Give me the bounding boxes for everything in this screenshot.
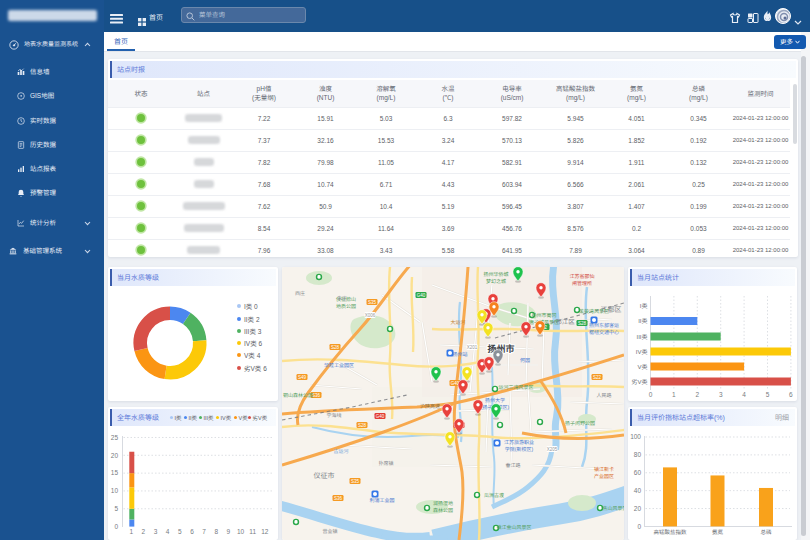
svg-text:8: 8: [214, 528, 218, 535]
svg-text:4: 4: [742, 391, 746, 398]
svg-text:沪陕高速: 沪陕高速: [420, 403, 440, 409]
svg-text:11: 11: [249, 528, 256, 535]
svg-text:40: 40: [634, 487, 642, 494]
svg-text:100: 100: [630, 433, 641, 440]
svg-text:大运河: 大运河: [450, 319, 465, 325]
svg-text:9: 9: [227, 528, 231, 535]
svg-text:高锰酸盐指数: 高锰酸盐指数: [653, 529, 687, 535]
svg-text:扬子问野公园: 扬子问野公园: [565, 420, 595, 426]
svg-text:何园: 何园: [520, 357, 530, 363]
svg-text:梦幻之城: 梦幻之城: [486, 278, 506, 284]
svg-text:60: 60: [634, 469, 642, 476]
svg-text:III类: III类: [636, 333, 647, 340]
svg-text:人民路: 人民路: [596, 392, 611, 398]
svg-text:S28: S28: [358, 423, 367, 428]
svg-text:森林公园: 森林公园: [433, 507, 453, 513]
svg-text:6: 6: [190, 528, 194, 535]
svg-text:氨氮: 氨氮: [712, 529, 724, 535]
svg-text:S35: S35: [368, 300, 377, 305]
svg-text:扬州东部客运: 扬州东部客运: [589, 322, 619, 328]
svg-text:0: 0: [637, 523, 641, 530]
svg-text:扬州华侨城: 扬州华侨城: [483, 271, 508, 277]
svg-text:X205: X205: [547, 447, 558, 452]
svg-text:3: 3: [719, 391, 723, 398]
svg-text:焦山风景区: 焦山风景区: [602, 505, 624, 511]
svg-text:20: 20: [634, 505, 642, 512]
svg-text:春江路: 春江路: [505, 462, 520, 468]
svg-text:25: 25: [111, 434, 119, 441]
svg-text:80: 80: [634, 451, 642, 458]
svg-text:X006: X006: [365, 313, 376, 318]
svg-text:朱庄: 朱庄: [337, 295, 347, 301]
svg-text:5: 5: [766, 391, 770, 398]
svg-text:10: 10: [237, 528, 245, 535]
svg-text:总磷: 总磷: [760, 529, 772, 535]
svg-text:润扬湿地: 润扬湿地: [433, 500, 453, 506]
svg-text:劣V类: 劣V类: [631, 378, 647, 385]
svg-text:6: 6: [789, 391, 793, 398]
svg-text:镇江新卡: 镇江新卡: [594, 466, 614, 472]
svg-text:S36: S36: [334, 496, 343, 501]
svg-text:扬州市蜀冈: 扬州市蜀冈: [531, 312, 556, 318]
svg-text:西庄: 西庄: [295, 290, 305, 296]
svg-text:地质公园: 地质公园: [336, 303, 356, 309]
svg-text:铜山森林公园: 铜山森林公园: [283, 392, 313, 398]
svg-text:12: 12: [261, 528, 269, 535]
svg-text:S28: S28: [578, 321, 587, 326]
svg-text:宁海线: 宁海线: [326, 412, 341, 418]
svg-text:1: 1: [129, 528, 133, 535]
svg-text:扑席镇: 扑席镇: [378, 460, 393, 466]
svg-text:4: 4: [166, 528, 170, 535]
svg-text:闸管理所: 闸管理所: [572, 280, 592, 286]
svg-text:V类: V类: [637, 363, 647, 370]
svg-text:江苏旅游职业: 江苏旅游职业: [504, 439, 534, 445]
svg-text:学院(新校区): 学院(新校区): [505, 446, 534, 452]
svg-text:枢纽交通中心: 枢纽交通中心: [589, 329, 619, 335]
svg-text:0: 0: [649, 391, 653, 398]
svg-text:3: 3: [154, 528, 158, 535]
svg-text:5: 5: [114, 505, 118, 512]
svg-text:S28: S28: [331, 345, 340, 350]
svg-text:15: 15: [111, 469, 119, 476]
svg-text:0: 0: [114, 523, 118, 530]
svg-text:华睦工业园区: 华睦工业园区: [324, 362, 354, 368]
svg-text:7: 7: [202, 528, 206, 535]
svg-text:营业镇: 营业镇: [322, 528, 337, 534]
svg-text:1: 1: [672, 391, 676, 398]
svg-text:产业园区: 产业园区: [594, 473, 614, 479]
svg-text:仪征市: 仪征市: [314, 472, 335, 479]
svg-text:S49: S49: [298, 375, 307, 380]
svg-text:S22: S22: [593, 375, 602, 380]
svg-text:5: 5: [178, 528, 182, 535]
svg-text:G40: G40: [417, 293, 426, 298]
svg-text:2: 2: [142, 528, 146, 535]
svg-text:II类: II类: [638, 317, 647, 324]
svg-text:S35: S35: [351, 479, 360, 484]
svg-text:利浦工业园: 利浦工业园: [369, 497, 394, 503]
svg-text:2: 2: [695, 391, 699, 398]
svg-text:S36: S36: [312, 393, 321, 398]
svg-text:扬州大学: 扬州大学: [485, 397, 505, 403]
svg-text:镇江金山风景区: 镇江金山风景区: [496, 524, 531, 530]
svg-text:江苏省邵仙: 江苏省邵仙: [569, 273, 594, 279]
svg-text:运河三湾风景区: 运河三湾风景区: [498, 384, 533, 390]
svg-text:20: 20: [111, 452, 119, 459]
svg-text:IV类: IV类: [636, 348, 648, 355]
svg-text:瓜洲古渡: 瓜洲古渡: [484, 492, 504, 498]
svg-text:扬州站: 扬州站: [452, 351, 467, 357]
svg-text:古运河: 古运河: [333, 448, 348, 454]
svg-text:I类: I类: [640, 302, 648, 309]
svg-text:G40: G40: [376, 414, 385, 419]
svg-text:X201: X201: [467, 345, 478, 350]
svg-text:茱萸湾风景区: 茱萸湾风景区: [579, 308, 609, 314]
svg-text:10: 10: [111, 487, 119, 494]
